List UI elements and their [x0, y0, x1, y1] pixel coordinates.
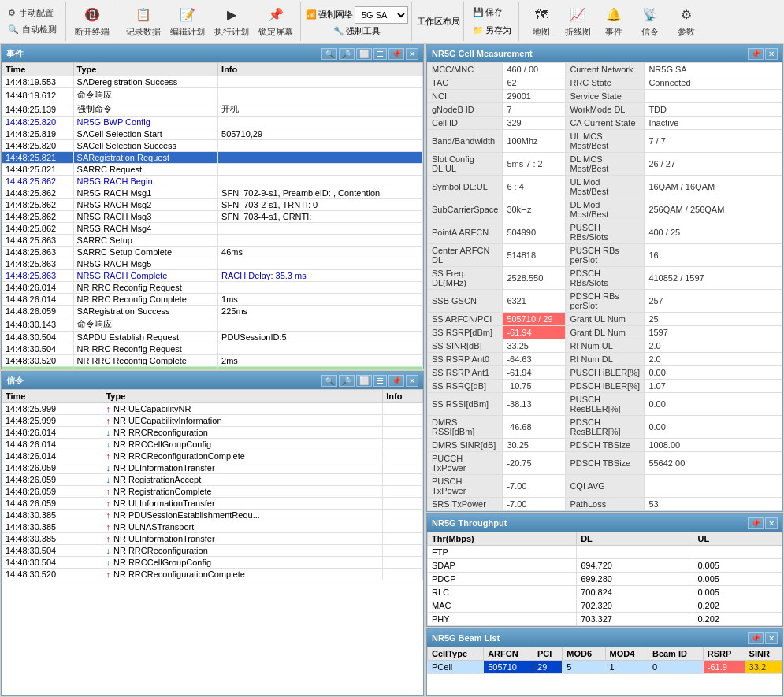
event-search-icon[interactable]: 🔍	[321, 48, 337, 60]
execute-plan-btn[interactable]: ▶ 执行计划	[210, 2, 253, 40]
signal-panel-title: 信令	[6, 375, 24, 387]
signal-col-info: Info	[383, 390, 423, 403]
throughput-pin-icon[interactable]: 📌	[748, 517, 764, 529]
cell-meas-pin-icon[interactable]: 📌	[748, 48, 764, 60]
down-arrow-icon: ↓	[106, 546, 110, 555]
signal-row[interactable]: 14:48:30.385↑NR PDUSessionEstablishmentR…	[2, 510, 423, 521]
signal-row[interactable]: 14:48:30.385↑NR ULNASTransport	[2, 521, 423, 533]
signal-close-icon[interactable]: ✕	[406, 375, 418, 387]
event-row[interactable]: 14:48:25.819SACell Selection Start505710…	[2, 128, 423, 140]
beam-col: MOD4	[605, 647, 648, 661]
measurement-row: SS RSRP Ant1-61.94PUSCH iBLER[%]0.00	[428, 366, 782, 380]
event-row[interactable]: 14:48:25.862NR5G RACH Msg3SFN: 703-4-s1,…	[2, 211, 423, 223]
chart-btn[interactable]: 📈 折线图	[560, 2, 595, 40]
beam-id: 0	[648, 661, 703, 674]
measurement-row: SSB GSCN6321PDSCH RBs perSlot257	[428, 290, 782, 313]
signal-row[interactable]: 14:48:30.504↓NR RRCCellGroupConfig	[2, 557, 423, 569]
signal-row[interactable]: 14:48:26.014↓NR RRCCellGroupConfig	[2, 439, 423, 450]
signal-columns-icon[interactable]: ☰	[373, 375, 387, 387]
beam-row[interactable]: PCell50571029510-61.933.2	[428, 661, 782, 674]
signal-row[interactable]: 14:48:25.999↑NR UECapabilityInformation	[2, 415, 423, 427]
workspace-label: 工作区布局	[417, 16, 460, 28]
params-btn[interactable]: ⚙ 参数	[669, 2, 704, 40]
params-icon: ⚙	[677, 6, 696, 24]
signal-row[interactable]: 14:48:26.014↓NR RRCReconfiguration	[2, 427, 423, 439]
signal-row[interactable]: 14:48:26.059↓NR RegistrationAccept	[2, 474, 423, 486]
cell-meas-close-icon[interactable]: ✕	[765, 48, 778, 60]
measurement-row: SRS TxPower-7.00PathLoss53	[428, 498, 782, 511]
beam-close-icon[interactable]: ✕	[765, 632, 778, 644]
signal-row[interactable]: 14:48:26.059↑NR RegistrationComplete	[2, 486, 423, 498]
manual-config-btn[interactable]: ⚙ 手动配置	[6, 6, 62, 20]
event-row[interactable]: 14:48:19.612命令响应	[2, 88, 423, 102]
event-row[interactable]: 14:48:25.862NR5G RACH Msg1SFN: 702-9-s1,…	[2, 187, 423, 199]
edit-plan-btn[interactable]: 📝 编辑计划	[166, 2, 209, 40]
lock-screen-btn[interactable]: 📌 锁定屏幕	[255, 2, 297, 40]
event-table-container[interactable]: Time Type Info 14:48:19.553SADeregistrat…	[2, 62, 423, 369]
event-row[interactable]: 14:48:30.520SAPDU Establish AcceptPDUSes…	[2, 367, 423, 369]
beam-col: MOD6	[563, 647, 605, 661]
event-row[interactable]: 14:48:26.014NR RRC Reconfig Complete1ms	[2, 294, 423, 306]
signal-btn[interactable]: 📡 信令	[633, 2, 667, 40]
measurement-row: SS SINR[dB]33.25RI Num UL2.0	[428, 339, 782, 353]
event-btn[interactable]: 🔔 事件	[596, 2, 631, 40]
signal-row[interactable]: 14:48:25.999↑NR UECapabilityNR	[2, 403, 423, 415]
event-close-icon[interactable]: ✕	[406, 48, 418, 60]
event-row[interactable]: 14:48:25.862NR5G RACH Begin	[2, 176, 423, 187]
signal-row[interactable]: 14:48:26.014↑NR RRCReconfigurationComple…	[2, 450, 423, 462]
event-row[interactable]: 14:48:25.863SARRC Setup Complete46ms	[2, 247, 423, 258]
signal-row[interactable]: 14:48:30.504↓NR RRCReconfiguration	[2, 545, 423, 557]
record-data-btn[interactable]: 📋 记录数据	[122, 2, 165, 40]
event-filter-icon[interactable]: 🔎	[339, 48, 355, 60]
network-icon: 📶	[306, 9, 317, 20]
event-row[interactable]: 14:48:25.820NR5G BWP Config	[2, 117, 423, 128]
throughput-close-icon[interactable]: ✕	[765, 517, 778, 529]
throughput-row: FTP	[428, 546, 782, 559]
auto-detect-btn[interactable]: 🔍 自动检测	[6, 22, 62, 37]
event-row[interactable]: 14:48:30.143命令响应	[2, 317, 423, 332]
event-expand-icon[interactable]: ⬜	[356, 48, 372, 60]
beam-sinr: 33.2	[745, 661, 782, 674]
event-row[interactable]: 14:48:25.863NR5G RACH Msg5	[2, 258, 423, 270]
event-table: Time Type Info 14:48:19.553SADeregistrat…	[2, 62, 423, 369]
event-row[interactable]: 14:48:25.862NR5G RACH Msg2SFN: 703-2-s1,…	[2, 199, 423, 211]
network-select[interactable]: 5G SA 4G LTE	[355, 6, 408, 24]
event-row[interactable]: 14:48:25.139强制命令开机	[2, 102, 423, 117]
event-columns-icon[interactable]: ☰	[373, 48, 387, 60]
event-row[interactable]: 14:48:25.863NR5G RACH CompleteRACH Delay…	[2, 270, 423, 282]
toolbar-config-group: ⚙ 手动配置 🔍 自动检测	[3, 2, 66, 41]
map-btn[interactable]: 🗺 地图	[524, 2, 559, 40]
signal-row[interactable]: 14:48:26.059↓NR DLInformationTransfer	[2, 462, 423, 474]
event-row[interactable]: 14:48:26.014NR RRC Reconfig Request	[2, 282, 423, 294]
event-col-type: Type	[73, 63, 218, 76]
manual-icon: ⚙	[8, 8, 16, 18]
beam-table: CellTypeARFCNPCIMOD6MOD4Beam IDRSRPSINR …	[427, 647, 782, 674]
down-arrow-icon: ↓	[106, 558, 110, 567]
up-arrow-icon: ↑	[106, 569, 110, 579]
event-row[interactable]: 14:48:25.821SARegistration Request	[2, 152, 423, 164]
event-row[interactable]: 14:48:25.821SARRC Request	[2, 164, 423, 176]
save-group: 💾 保存 📁 另存为	[466, 2, 519, 41]
event-row[interactable]: 14:48:26.059SARegistration Success225ms	[2, 306, 423, 317]
signal-filter-icon[interactable]: 🔎	[339, 375, 355, 387]
beam-pin-icon[interactable]: 📌	[748, 632, 764, 644]
event-pin-icon[interactable]: 📌	[388, 48, 404, 60]
event-row[interactable]: 14:48:30.504NR RRC Reconfig Request	[2, 343, 423, 355]
signal-table-container[interactable]: Time Type Info 14:48:25.999↑NR UECapabil…	[2, 389, 423, 695]
save-as-btn[interactable]: 📁 另存为	[469, 22, 515, 39]
event-row[interactable]: 14:48:19.553SADeregistration Success	[2, 76, 423, 88]
signal-row[interactable]: 14:48:30.385↑NR ULInformationTransfer	[2, 533, 423, 545]
event-row[interactable]: 14:48:25.820SACell Selection Success	[2, 140, 423, 152]
signal-row[interactable]: 14:48:30.520↑NR RRCReconfigurationComple…	[2, 569, 423, 580]
signal-search-icon[interactable]: 🔍	[321, 375, 337, 387]
beam-col: Beam ID	[648, 647, 703, 661]
signal-row[interactable]: 14:48:26.059↑NR ULInformationTransfer	[2, 498, 423, 510]
save-btn[interactable]: 💾 保存	[469, 4, 507, 20]
signal-expand-icon[interactable]: ⬜	[356, 375, 372, 387]
disconnect-btn[interactable]: 📵 断开终端	[71, 2, 113, 40]
event-row[interactable]: 14:48:30.520NR RRC Reconfig Complete2ms	[2, 355, 423, 367]
event-row[interactable]: 14:48:25.863SARRC Setup	[2, 235, 423, 247]
signal-pin-icon[interactable]: 📌	[388, 375, 404, 387]
event-row[interactable]: 14:48:30.504SAPDU Establish RequestPDUSe…	[2, 332, 423, 343]
event-row[interactable]: 14:48:25.862NR5G RACH Msg4	[2, 223, 423, 235]
